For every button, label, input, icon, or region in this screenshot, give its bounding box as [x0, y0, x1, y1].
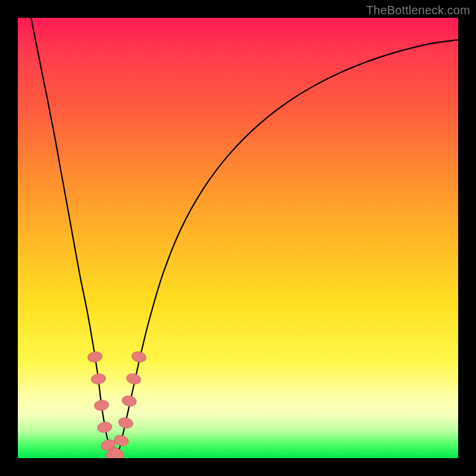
plot-area: [18, 18, 458, 458]
marker-point: [97, 421, 112, 434]
marker-point: [126, 372, 142, 386]
marker-point: [94, 399, 109, 411]
watermark-text: TheBottleneck.com: [366, 4, 470, 17]
marker-point: [118, 416, 134, 429]
marker-point: [121, 394, 137, 407]
bottleneck-curve: [31, 18, 458, 456]
marker-point: [113, 434, 130, 447]
marker-point: [90, 373, 106, 385]
marker-point: [87, 351, 102, 364]
marker-point: [131, 350, 147, 364]
chart-svg: [18, 18, 458, 458]
chart-frame: TheBottleneck.com: [0, 0, 476, 476]
